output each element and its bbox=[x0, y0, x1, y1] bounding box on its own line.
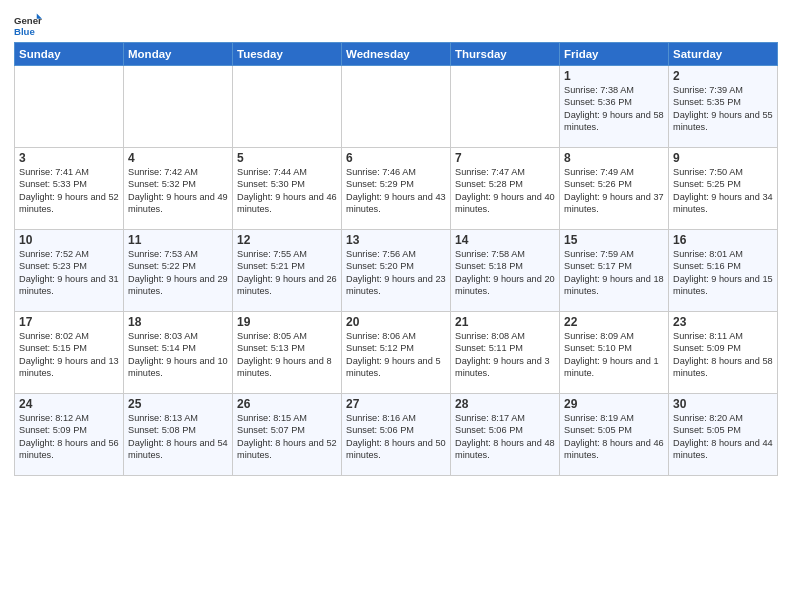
weekday-header: Thursday bbox=[451, 43, 560, 66]
day-number: 24 bbox=[19, 397, 119, 411]
day-number: 11 bbox=[128, 233, 228, 247]
day-info: Sunrise: 8:09 AM Sunset: 5:10 PM Dayligh… bbox=[564, 330, 664, 380]
calendar-cell: 1Sunrise: 7:38 AM Sunset: 5:36 PM Daylig… bbox=[560, 66, 669, 148]
calendar-cell: 23Sunrise: 8:11 AM Sunset: 5:09 PM Dayli… bbox=[669, 312, 778, 394]
day-info: Sunrise: 7:39 AM Sunset: 5:35 PM Dayligh… bbox=[673, 84, 773, 134]
day-number: 29 bbox=[564, 397, 664, 411]
day-number: 3 bbox=[19, 151, 119, 165]
header: General Blue bbox=[14, 10, 778, 38]
calendar-cell bbox=[342, 66, 451, 148]
logo: General Blue bbox=[14, 10, 46, 38]
day-info: Sunrise: 7:49 AM Sunset: 5:26 PM Dayligh… bbox=[564, 166, 664, 216]
day-number: 1 bbox=[564, 69, 664, 83]
day-number: 22 bbox=[564, 315, 664, 329]
day-info: Sunrise: 7:42 AM Sunset: 5:32 PM Dayligh… bbox=[128, 166, 228, 216]
calendar-cell: 26Sunrise: 8:15 AM Sunset: 5:07 PM Dayli… bbox=[233, 394, 342, 476]
weekday-header: Sunday bbox=[15, 43, 124, 66]
calendar-body: 1Sunrise: 7:38 AM Sunset: 5:36 PM Daylig… bbox=[15, 66, 778, 476]
day-number: 6 bbox=[346, 151, 446, 165]
calendar-week-row: 24Sunrise: 8:12 AM Sunset: 5:09 PM Dayli… bbox=[15, 394, 778, 476]
day-info: Sunrise: 8:16 AM Sunset: 5:06 PM Dayligh… bbox=[346, 412, 446, 462]
day-number: 27 bbox=[346, 397, 446, 411]
weekday-header: Friday bbox=[560, 43, 669, 66]
calendar-cell: 6Sunrise: 7:46 AM Sunset: 5:29 PM Daylig… bbox=[342, 148, 451, 230]
calendar-cell: 16Sunrise: 8:01 AM Sunset: 5:16 PM Dayli… bbox=[669, 230, 778, 312]
day-info: Sunrise: 8:15 AM Sunset: 5:07 PM Dayligh… bbox=[237, 412, 337, 462]
calendar-cell: 27Sunrise: 8:16 AM Sunset: 5:06 PM Dayli… bbox=[342, 394, 451, 476]
calendar-week-row: 3Sunrise: 7:41 AM Sunset: 5:33 PM Daylig… bbox=[15, 148, 778, 230]
logo-icon: General Blue bbox=[14, 10, 42, 38]
day-number: 4 bbox=[128, 151, 228, 165]
page-container: General Blue SundayMondayTuesdayWednesda… bbox=[0, 0, 792, 484]
calendar-cell: 17Sunrise: 8:02 AM Sunset: 5:15 PM Dayli… bbox=[15, 312, 124, 394]
calendar-cell: 19Sunrise: 8:05 AM Sunset: 5:13 PM Dayli… bbox=[233, 312, 342, 394]
day-number: 7 bbox=[455, 151, 555, 165]
day-info: Sunrise: 8:12 AM Sunset: 5:09 PM Dayligh… bbox=[19, 412, 119, 462]
calendar-cell bbox=[233, 66, 342, 148]
calendar-cell: 3Sunrise: 7:41 AM Sunset: 5:33 PM Daylig… bbox=[15, 148, 124, 230]
day-info: Sunrise: 8:17 AM Sunset: 5:06 PM Dayligh… bbox=[455, 412, 555, 462]
day-number: 20 bbox=[346, 315, 446, 329]
day-number: 13 bbox=[346, 233, 446, 247]
calendar-cell: 20Sunrise: 8:06 AM Sunset: 5:12 PM Dayli… bbox=[342, 312, 451, 394]
svg-text:Blue: Blue bbox=[14, 26, 35, 37]
calendar-week-row: 10Sunrise: 7:52 AM Sunset: 5:23 PM Dayli… bbox=[15, 230, 778, 312]
day-number: 12 bbox=[237, 233, 337, 247]
day-info: Sunrise: 7:56 AM Sunset: 5:20 PM Dayligh… bbox=[346, 248, 446, 298]
day-info: Sunrise: 8:06 AM Sunset: 5:12 PM Dayligh… bbox=[346, 330, 446, 380]
day-info: Sunrise: 7:47 AM Sunset: 5:28 PM Dayligh… bbox=[455, 166, 555, 216]
calendar-cell: 18Sunrise: 8:03 AM Sunset: 5:14 PM Dayli… bbox=[124, 312, 233, 394]
day-info: Sunrise: 7:55 AM Sunset: 5:21 PM Dayligh… bbox=[237, 248, 337, 298]
day-info: Sunrise: 8:01 AM Sunset: 5:16 PM Dayligh… bbox=[673, 248, 773, 298]
calendar-cell: 4Sunrise: 7:42 AM Sunset: 5:32 PM Daylig… bbox=[124, 148, 233, 230]
weekday-header: Tuesday bbox=[233, 43, 342, 66]
day-info: Sunrise: 8:11 AM Sunset: 5:09 PM Dayligh… bbox=[673, 330, 773, 380]
day-number: 19 bbox=[237, 315, 337, 329]
calendar-cell: 24Sunrise: 8:12 AM Sunset: 5:09 PM Dayli… bbox=[15, 394, 124, 476]
day-number: 2 bbox=[673, 69, 773, 83]
day-number: 5 bbox=[237, 151, 337, 165]
day-info: Sunrise: 8:02 AM Sunset: 5:15 PM Dayligh… bbox=[19, 330, 119, 380]
calendar-cell: 22Sunrise: 8:09 AM Sunset: 5:10 PM Dayli… bbox=[560, 312, 669, 394]
calendar-cell: 10Sunrise: 7:52 AM Sunset: 5:23 PM Dayli… bbox=[15, 230, 124, 312]
day-info: Sunrise: 8:13 AM Sunset: 5:08 PM Dayligh… bbox=[128, 412, 228, 462]
calendar-cell: 12Sunrise: 7:55 AM Sunset: 5:21 PM Dayli… bbox=[233, 230, 342, 312]
day-number: 30 bbox=[673, 397, 773, 411]
calendar-cell: 28Sunrise: 8:17 AM Sunset: 5:06 PM Dayli… bbox=[451, 394, 560, 476]
calendar-cell: 8Sunrise: 7:49 AM Sunset: 5:26 PM Daylig… bbox=[560, 148, 669, 230]
day-number: 21 bbox=[455, 315, 555, 329]
day-number: 14 bbox=[455, 233, 555, 247]
weekday-header: Wednesday bbox=[342, 43, 451, 66]
calendar-table: SundayMondayTuesdayWednesdayThursdayFrid… bbox=[14, 42, 778, 476]
day-number: 16 bbox=[673, 233, 773, 247]
day-number: 10 bbox=[19, 233, 119, 247]
day-number: 18 bbox=[128, 315, 228, 329]
calendar-cell: 2Sunrise: 7:39 AM Sunset: 5:35 PM Daylig… bbox=[669, 66, 778, 148]
day-number: 8 bbox=[564, 151, 664, 165]
day-info: Sunrise: 8:05 AM Sunset: 5:13 PM Dayligh… bbox=[237, 330, 337, 380]
day-number: 25 bbox=[128, 397, 228, 411]
day-info: Sunrise: 8:19 AM Sunset: 5:05 PM Dayligh… bbox=[564, 412, 664, 462]
day-number: 26 bbox=[237, 397, 337, 411]
calendar-week-row: 1Sunrise: 7:38 AM Sunset: 5:36 PM Daylig… bbox=[15, 66, 778, 148]
calendar-cell: 29Sunrise: 8:19 AM Sunset: 5:05 PM Dayli… bbox=[560, 394, 669, 476]
day-info: Sunrise: 7:41 AM Sunset: 5:33 PM Dayligh… bbox=[19, 166, 119, 216]
day-number: 28 bbox=[455, 397, 555, 411]
day-info: Sunrise: 8:20 AM Sunset: 5:05 PM Dayligh… bbox=[673, 412, 773, 462]
day-info: Sunrise: 7:46 AM Sunset: 5:29 PM Dayligh… bbox=[346, 166, 446, 216]
calendar-cell: 11Sunrise: 7:53 AM Sunset: 5:22 PM Dayli… bbox=[124, 230, 233, 312]
calendar-cell: 7Sunrise: 7:47 AM Sunset: 5:28 PM Daylig… bbox=[451, 148, 560, 230]
day-info: Sunrise: 7:59 AM Sunset: 5:17 PM Dayligh… bbox=[564, 248, 664, 298]
day-info: Sunrise: 7:50 AM Sunset: 5:25 PM Dayligh… bbox=[673, 166, 773, 216]
calendar-cell bbox=[15, 66, 124, 148]
calendar-cell bbox=[124, 66, 233, 148]
calendar-cell: 15Sunrise: 7:59 AM Sunset: 5:17 PM Dayli… bbox=[560, 230, 669, 312]
calendar-cell: 9Sunrise: 7:50 AM Sunset: 5:25 PM Daylig… bbox=[669, 148, 778, 230]
calendar-cell: 5Sunrise: 7:44 AM Sunset: 5:30 PM Daylig… bbox=[233, 148, 342, 230]
calendar-week-row: 17Sunrise: 8:02 AM Sunset: 5:15 PM Dayli… bbox=[15, 312, 778, 394]
day-info: Sunrise: 7:44 AM Sunset: 5:30 PM Dayligh… bbox=[237, 166, 337, 216]
calendar-cell: 21Sunrise: 8:08 AM Sunset: 5:11 PM Dayli… bbox=[451, 312, 560, 394]
calendar-header-row: SundayMondayTuesdayWednesdayThursdayFrid… bbox=[15, 43, 778, 66]
day-info: Sunrise: 7:58 AM Sunset: 5:18 PM Dayligh… bbox=[455, 248, 555, 298]
day-info: Sunrise: 7:52 AM Sunset: 5:23 PM Dayligh… bbox=[19, 248, 119, 298]
